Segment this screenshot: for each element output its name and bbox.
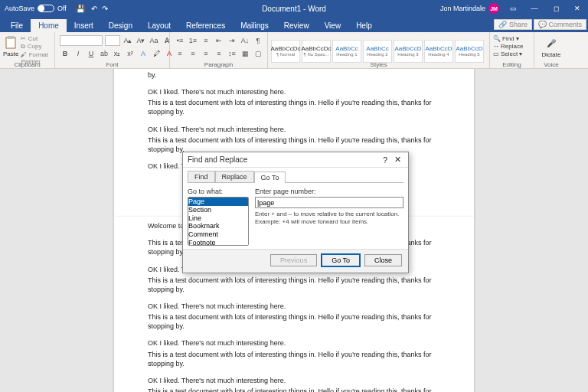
tab-file[interactable]: File (3, 19, 31, 32)
cut-button[interactable]: ✂ Cut (21, 35, 51, 42)
voice-group-label: Voice (534, 61, 568, 68)
subscript-icon[interactable]: x₂ (112, 48, 122, 59)
tab-layout[interactable]: Layout (140, 19, 178, 32)
tab-insert[interactable]: Insert (67, 19, 101, 32)
multilevel-icon[interactable]: ≡ (201, 35, 211, 46)
style-no-spacing[interactable]: AaBbCcDc¶ No Spac... (302, 40, 331, 63)
user-account[interactable]: Jon Martindale JM (437, 3, 502, 14)
svg-rect-0 (6, 38, 15, 48)
close-button[interactable]: Close (364, 254, 402, 266)
page-number-input[interactable] (255, 197, 403, 208)
editing-group-label: Editing (490, 61, 534, 68)
superscript-icon[interactable]: x² (125, 48, 136, 59)
inc-indent-icon[interactable]: ⇥ (227, 35, 237, 46)
style-gallery[interactable]: AaBbCcDc¶ Normal AaBbCcDc¶ No Spac... Aa… (271, 40, 484, 63)
bold-icon[interactable]: B (60, 48, 70, 59)
show-marks-icon[interactable]: ¶ (253, 35, 263, 46)
sort-icon[interactable]: A↓ (240, 35, 250, 46)
line-spacing-icon[interactable]: ↕≡ (227, 48, 237, 59)
change-case-icon[interactable]: Aa (149, 35, 159, 46)
ribbon-options-icon[interactable]: ▭ (502, 0, 524, 17)
title-bar: AutoSave Off 💾 ↶ ↷ Document1 - Word Jon … (0, 0, 588, 17)
tab-view[interactable]: View (317, 19, 349, 32)
grow-font-icon[interactable]: A▴ (122, 35, 133, 46)
previous-button: Previous (270, 254, 317, 266)
style-heading5[interactable]: AaBbCcDHeading 5 (455, 40, 484, 63)
text-effects-icon[interactable]: A (138, 48, 149, 59)
find-button[interactable]: 🔍 Find ▾ (493, 35, 531, 42)
dialog-close-icon[interactable]: ✕ (391, 155, 403, 165)
user-name: Jon Martindale (440, 5, 485, 12)
dictate-button[interactable]: Dictate (542, 51, 561, 58)
goto-what-label: Go to what: (188, 188, 249, 195)
avatar: JM (488, 3, 499, 14)
style-heading4[interactable]: AaBbCcDHeading 4 (424, 40, 453, 63)
tab-review[interactable]: Review (276, 19, 317, 32)
close-icon[interactable]: ✕ (567, 0, 588, 17)
strike-icon[interactable]: ab (99, 48, 109, 59)
copy-button[interactable]: ⧉ Copy (21, 43, 51, 51)
svg-rect-1 (8, 36, 14, 39)
ribbon: 🔗 Share 💬 Comments Paste ✂ Cut ⧉ Copy 🖌 … (0, 32, 588, 69)
autosave-label: AutoSave (5, 5, 34, 12)
font-family-combo[interactable] (60, 35, 103, 46)
font-group-label: Font (55, 61, 169, 68)
document-canvas[interactable]: by. OK I liked. There's not much interes… (0, 69, 588, 392)
comments-button[interactable]: 💬 Comments (534, 19, 586, 30)
style-heading2[interactable]: AaBbCcHeading 2 (363, 40, 392, 63)
dialog-title: Find and Replace (188, 155, 247, 164)
save-icon[interactable]: 💾 (76, 5, 85, 13)
goto-hint: Enter + and – to move relative to the cu… (255, 211, 403, 225)
tab-references[interactable]: References (178, 19, 233, 32)
style-normal[interactable]: AaBbCcDc¶ Normal (271, 40, 300, 63)
dec-indent-icon[interactable]: ⇤ (214, 35, 224, 46)
dialog-tab-find[interactable]: Find (188, 171, 215, 182)
dialog-help-icon[interactable]: ? (379, 155, 391, 165)
goto-what-list[interactable]: Page Section Line Bookmark Comment Footn… (188, 197, 249, 246)
dictate-icon[interactable]: 🎤 (544, 35, 559, 51)
shrink-font-icon[interactable]: A▾ (136, 35, 146, 46)
toggle-icon (38, 5, 54, 12)
goto-button[interactable]: Go To (322, 254, 360, 266)
find-and-replace-dialog: Find and Replace ? ✕ Find Replace Go To … (182, 152, 409, 273)
underline-icon[interactable]: U (86, 48, 96, 59)
tab-home[interactable]: Home (31, 19, 67, 32)
maximize-icon[interactable]: ◻ (545, 0, 567, 17)
paragraph-group-label: Paragraph (170, 61, 267, 68)
shading-icon[interactable]: ▦ (240, 48, 250, 59)
style-heading1[interactable]: AaBbCcHeading 1 (332, 40, 361, 63)
autosave-state: Off (57, 5, 67, 12)
highlight-icon[interactable]: 🖍 (151, 48, 162, 59)
document-title: Document1 - Word (262, 5, 326, 13)
align-center-icon[interactable]: ≡ (188, 48, 198, 59)
dialog-tab-replace[interactable]: Replace (215, 171, 254, 182)
bullets-icon[interactable]: •≡ (175, 35, 185, 46)
paste-icon[interactable] (3, 35, 18, 51)
enter-page-label: Enter page number: (255, 188, 403, 195)
style-heading3[interactable]: AaBbCcDHeading 3 (394, 40, 423, 63)
borders-icon[interactable]: ▢ (253, 48, 263, 59)
align-right-icon[interactable]: ≡ (201, 48, 211, 59)
justify-icon[interactable]: ≡ (214, 48, 224, 59)
font-size-combo[interactable] (105, 35, 120, 46)
dialog-tab-goto[interactable]: Go To (254, 172, 286, 183)
select-button[interactable]: ▭ Select ▾ (493, 51, 531, 57)
clipboard-group-label: Clipboard (0, 61, 54, 68)
italic-icon[interactable]: I (73, 48, 83, 59)
autosave-toggle[interactable]: AutoSave Off (0, 5, 71, 12)
redo-icon[interactable]: ↷ (102, 5, 108, 13)
share-button[interactable]: 🔗 Share (494, 19, 532, 30)
tab-design[interactable]: Design (101, 19, 140, 32)
numbering-icon[interactable]: 1≡ (188, 35, 198, 46)
undo-icon[interactable]: ↶ (91, 5, 97, 13)
align-left-icon[interactable]: ≡ (175, 48, 185, 59)
minimize-icon[interactable]: — (524, 0, 545, 17)
tab-mailings[interactable]: Mailings (233, 19, 276, 32)
styles-group-label: Styles (268, 61, 489, 68)
tab-help[interactable]: Help (348, 19, 380, 32)
paste-button[interactable]: Paste (3, 51, 18, 57)
replace-button[interactable]: ↔ Replace (493, 43, 531, 50)
